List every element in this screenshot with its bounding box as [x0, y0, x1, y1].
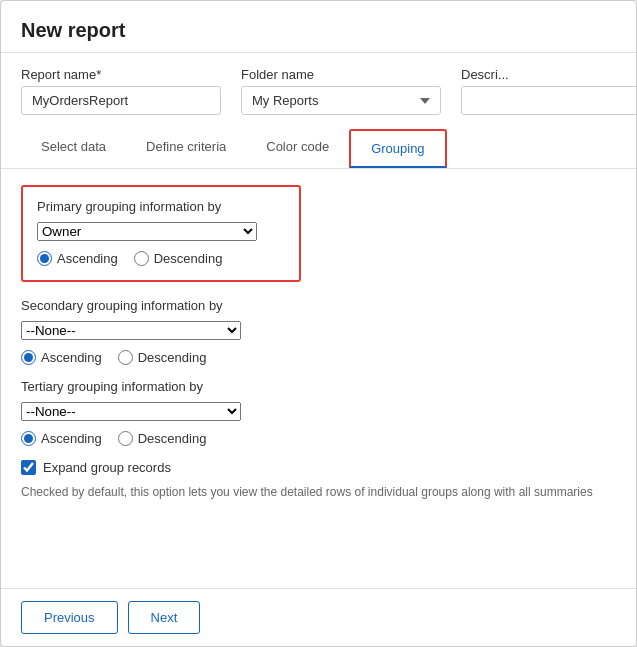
- report-name-field: Report name*: [21, 67, 221, 115]
- modal-container: New report Report name* Folder name My R…: [0, 0, 637, 647]
- primary-grouping-select[interactable]: Owner --None--: [37, 222, 257, 241]
- primary-descending-label: Descending: [154, 251, 223, 266]
- folder-name-field: Folder name My Reports Shared Reports: [241, 67, 441, 115]
- primary-grouping-label: Primary grouping information by: [37, 199, 285, 214]
- expand-group-description: Checked by default, this option lets you…: [21, 483, 616, 501]
- previous-button[interactable]: Previous: [21, 601, 118, 634]
- tertiary-grouping-label: Tertiary grouping information by: [21, 379, 616, 394]
- secondary-descending-label: Descending: [138, 350, 207, 365]
- tertiary-grouping-section: Tertiary grouping information by --None-…: [21, 379, 616, 446]
- modal-footer: Previous Next: [1, 588, 636, 646]
- expand-group-checkbox[interactable]: [21, 460, 36, 475]
- report-name-input[interactable]: [21, 86, 221, 115]
- tertiary-order-group: Ascending Descending: [21, 431, 616, 446]
- secondary-grouping-label: Secondary grouping information by: [21, 298, 616, 313]
- primary-order-group: Ascending Descending: [37, 251, 285, 266]
- report-name-label: Report name*: [21, 67, 221, 82]
- modal-title: New report: [21, 19, 125, 41]
- folder-name-select[interactable]: My Reports Shared Reports: [241, 86, 441, 115]
- next-button[interactable]: Next: [128, 601, 201, 634]
- description-field: Descri...: [461, 67, 637, 115]
- primary-grouping-box: Primary grouping information by Owner --…: [21, 185, 301, 282]
- secondary-grouping-section: Secondary grouping information by --None…: [21, 298, 616, 365]
- primary-ascending-radio[interactable]: Ascending: [37, 251, 118, 266]
- modal-header: New report: [1, 1, 636, 53]
- tab-color-code[interactable]: Color code: [246, 129, 349, 168]
- tabs-container: Select data Define criteria Color code G…: [1, 129, 636, 169]
- tab-define-criteria[interactable]: Define criteria: [126, 129, 246, 168]
- secondary-order-group: Ascending Descending: [21, 350, 616, 365]
- tertiary-descending-label: Descending: [138, 431, 207, 446]
- expand-group-label: Expand group records: [43, 460, 171, 475]
- secondary-ascending-label: Ascending: [41, 350, 102, 365]
- tertiary-descending-radio[interactable]: Descending: [118, 431, 207, 446]
- modal-body: Primary grouping information by Owner --…: [1, 169, 636, 588]
- folder-name-label: Folder name: [241, 67, 441, 82]
- secondary-descending-radio[interactable]: Descending: [118, 350, 207, 365]
- primary-ascending-label: Ascending: [57, 251, 118, 266]
- tab-select-data[interactable]: Select data: [21, 129, 126, 168]
- secondary-grouping-select[interactable]: --None-- Owner: [21, 321, 241, 340]
- primary-descending-radio[interactable]: Descending: [134, 251, 223, 266]
- tertiary-grouping-select[interactable]: --None-- Owner: [21, 402, 241, 421]
- tab-grouping[interactable]: Grouping: [349, 129, 446, 168]
- tertiary-ascending-radio[interactable]: Ascending: [21, 431, 102, 446]
- description-input[interactable]: [461, 86, 637, 115]
- description-label: Descri...: [461, 67, 637, 82]
- tertiary-ascending-label: Ascending: [41, 431, 102, 446]
- secondary-ascending-radio[interactable]: Ascending: [21, 350, 102, 365]
- form-row: Report name* Folder name My Reports Shar…: [1, 53, 636, 121]
- expand-group-row: Expand group records: [21, 460, 616, 475]
